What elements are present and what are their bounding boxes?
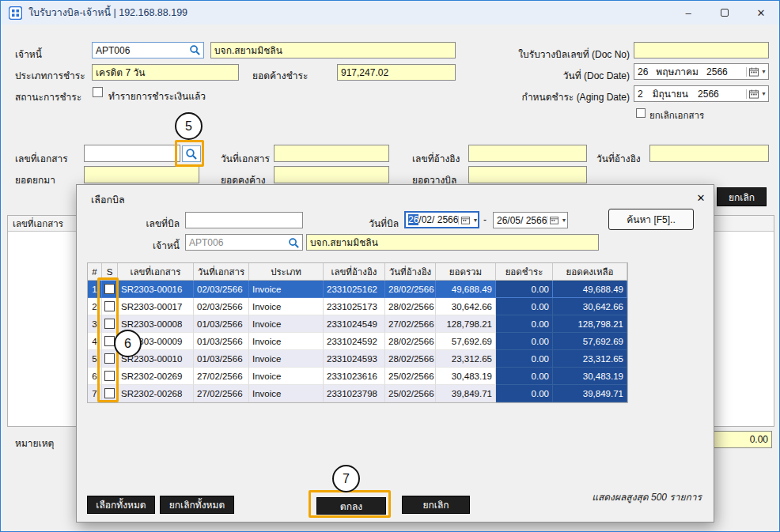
- doc-date-label: วันที่ (Doc Date): [502, 68, 630, 83]
- dialog-creditor-search-button[interactable]: [286, 236, 301, 250]
- search-f5-button[interactable]: ค้นหา [F5]..: [608, 209, 694, 230]
- cell-num: 4: [88, 333, 102, 350]
- search-icon: [185, 148, 198, 160]
- bill-date-to-picker[interactable]: 26/05/ 2566 ▼: [493, 212, 568, 228]
- dialog-creditor-code-input[interactable]: APT006: [185, 234, 303, 251]
- cell-doc_date: 02/03/2566: [194, 298, 249, 315]
- cell-doc_date: 02/03/2566: [194, 281, 249, 298]
- row-checkbox[interactable]: [104, 319, 115, 329]
- select-bill-dialog: เลือกบิล ✕ เลขที่บิล วันที่บิล 26 /02/ 2…: [76, 184, 714, 523]
- column-header-4[interactable]: ประเภท: [249, 263, 324, 281]
- cell-ref_date: 28/02/2566: [385, 333, 436, 350]
- row-checkbox[interactable]: [104, 353, 115, 364]
- date-to-icons: ▼: [547, 216, 566, 224]
- close-button[interactable]: ✕: [743, 1, 779, 25]
- maximize-button[interactable]: [706, 1, 743, 25]
- creditor-search-button[interactable]: [187, 43, 202, 57]
- cell-ref: 2331023616: [324, 368, 385, 385]
- cell-total: 23,312.65: [436, 350, 496, 368]
- search-icon: [189, 44, 201, 56]
- dialog-cancel-button[interactable]: ยกเลิก: [402, 496, 470, 514]
- column-header-7[interactable]: ยอดรวม: [436, 263, 496, 281]
- cell-doc_date: 01/03/2566: [194, 333, 249, 350]
- column-header-0[interactable]: #: [88, 263, 102, 281]
- cell-select: [102, 298, 118, 315]
- paid-checkbox[interactable]: [93, 87, 103, 97]
- doc-number-label: เลขที่เอกสาร: [15, 151, 68, 166]
- cancel-doc-checkbox[interactable]: [636, 108, 646, 118]
- bill-date-from-picker[interactable]: 26 /02/ 2566 ▼: [404, 211, 479, 228]
- row-checkbox[interactable]: [104, 284, 115, 294]
- main-cancel-button[interactable]: ยกเลิก: [717, 187, 767, 206]
- aging-date-year: 2566: [698, 89, 719, 100]
- column-header-9[interactable]: ยอดคงเหลือ: [553, 263, 627, 281]
- doc-date-icons: ▼: [746, 67, 767, 77]
- column-header-3[interactable]: วันที่เอกสาร: [194, 263, 249, 281]
- dialog-table-head: #Sเลขที่เอกสารวันที่เอกสารประเภทเลขที่อ้…: [88, 263, 627, 281]
- date-from-day: 26: [408, 214, 418, 225]
- cell-total: 49,688.49: [436, 281, 496, 298]
- bill-row-4[interactable]: 4SR2303-0000901/03/2566Invoice2331024592…: [88, 333, 627, 350]
- main-grid-column-doc: เลขที่เอกสาร: [8, 216, 78, 231]
- select-all-button[interactable]: เลือกทั้งหมด: [87, 496, 155, 514]
- bill-no-input[interactable]: [185, 212, 303, 228]
- cell-ref: 2331023798: [324, 385, 385, 402]
- bill-row-5[interactable]: 5SR2303-0001001/03/2566Invoice2331024593…: [88, 350, 627, 368]
- doc-date-year: 2566: [706, 66, 728, 77]
- doc-date2-label: วันที่เอกสาร: [221, 151, 270, 166]
- date-from-icons: ▼: [458, 216, 478, 224]
- cell-total: 30,642.66: [436, 298, 496, 315]
- cell-type: Invoice: [249, 298, 324, 315]
- bill-row-1[interactable]: 1SR2303-0001602/03/2566Invoice2331025162…: [88, 281, 627, 298]
- doc-date-picker[interactable]: 26 พฤษภาคม 2566 ▼: [634, 63, 769, 80]
- row-checkbox[interactable]: [104, 388, 115, 398]
- cell-select: [102, 385, 118, 402]
- cell-ref_date: 28/02/2566: [385, 350, 436, 368]
- cell-remaining: 57,692.69: [553, 333, 627, 350]
- row-checkbox[interactable]: [104, 301, 115, 311]
- cell-doc: SR2303-00009: [118, 333, 194, 350]
- column-header-8[interactable]: ยอดชำระ: [496, 263, 553, 281]
- close-icon: ✕: [757, 7, 766, 19]
- cell-doc: SR2303-00010: [118, 350, 194, 368]
- cell-paid: 0.00: [496, 281, 553, 298]
- cell-type: Invoice: [249, 385, 324, 402]
- cell-total: 128,798.21: [436, 315, 496, 333]
- bill-row-3[interactable]: 3SR2303-0000801/03/2566Invoice2331024549…: [88, 315, 627, 333]
- cell-ref_date: 27/02/2566: [385, 315, 436, 333]
- cell-ref_date: 28/02/2566: [385, 298, 436, 315]
- aging-date-picker[interactable]: 2 มิถุนายน 2566 ▼: [634, 85, 769, 102]
- cell-ref: 2331024593: [324, 350, 385, 368]
- payment-type-field: เครดิต 7 วัน: [92, 64, 239, 81]
- column-header-5[interactable]: เลขที่อ้างอิง: [324, 263, 385, 281]
- search-icon: [288, 237, 300, 249]
- titlebar: ใบรับวางบิล-เจ้าหนี้ | 192.168.88.199 – …: [1, 1, 779, 25]
- doc-number-input[interactable]: [84, 145, 180, 162]
- cell-num: 2: [88, 298, 102, 315]
- dialog-close-button[interactable]: ✕: [691, 190, 710, 206]
- row-checkbox[interactable]: [104, 371, 115, 381]
- row-checkbox[interactable]: [104, 336, 115, 346]
- bill-row-2[interactable]: 2SR2303-0001702/03/2566Invoice2331025173…: [88, 298, 627, 315]
- dropdown-icon: ▼: [761, 69, 767, 74]
- deselect-all-button[interactable]: ยกเลิกทั้งหมด: [160, 496, 234, 514]
- calendar-icon: [749, 67, 759, 77]
- cell-paid: 0.00: [496, 333, 553, 350]
- cell-ref_date: 25/02/2566: [385, 385, 436, 402]
- doc-number-search-button[interactable]: [182, 145, 201, 162]
- column-header-2[interactable]: เลขที่เอกสาร: [118, 263, 194, 281]
- ok-button[interactable]: ตกลง: [316, 497, 386, 515]
- cell-select: [102, 281, 118, 298]
- column-header-1[interactable]: S: [102, 263, 118, 281]
- bill-row-7[interactable]: 7SR2302-0026827/02/2566Invoice2331023798…: [88, 385, 627, 402]
- column-header-6[interactable]: วันที่อ้างอิง: [385, 263, 436, 281]
- note-label: หมายเหตุ: [15, 436, 54, 451]
- ref-no-field: [468, 145, 587, 162]
- dialog-creditor-label: เจ้าหนี้: [123, 238, 180, 253]
- cell-num: 3: [88, 315, 102, 333]
- cell-doc: SR2303-00016: [118, 281, 194, 298]
- cell-total: 57,692.69: [436, 333, 496, 350]
- bill-row-6[interactable]: 6SR2302-0026927/02/2566Invoice2331023616…: [88, 368, 627, 385]
- cell-doc_date: 01/03/2566: [194, 350, 249, 368]
- minimize-button[interactable]: –: [670, 1, 706, 25]
